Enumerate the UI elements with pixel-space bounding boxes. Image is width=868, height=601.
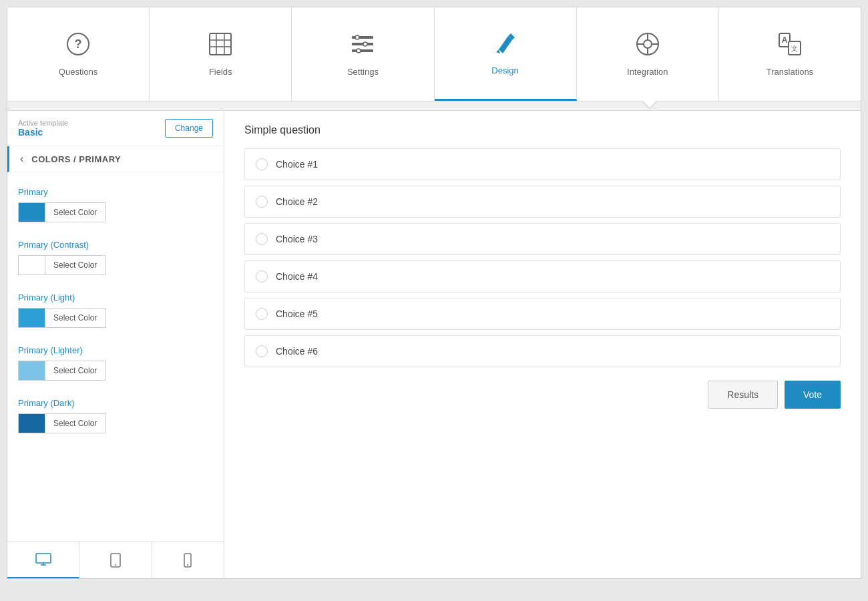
select-color-btn-primary-light[interactable]: Select Color [45,308,105,328]
tab-integration[interactable]: Integration [577,7,719,101]
color-group-primary-dark: Primary (Dark) Select Color [7,390,224,443]
choice-item[interactable]: Choice #5 [244,298,841,330]
svg-text:文: 文 [791,45,798,52]
choice-radio[interactable] [256,233,268,245]
svg-text:?: ? [75,37,82,51]
vote-button[interactable]: Vote [785,381,841,409]
choice-item[interactable]: Choice #2 [244,186,841,218]
question-title: Simple question [244,124,841,136]
color-group-primary: Primary Select Color [7,179,224,232]
fields-label: Fields [209,67,232,77]
color-label-primary-lighter: Primary (Lighter) [18,345,213,355]
tab-questions[interactable]: ? Questions [7,7,150,101]
fields-icon [208,32,232,61]
active-template-row: Active template Basic Change [7,111,224,146]
color-label-primary-dark: Primary (Dark) [18,398,213,408]
section-header: ‹ COLORS / PRIMARY [7,146,224,172]
color-swatch-primary-light[interactable] [18,308,45,328]
tab-fields[interactable]: Fields [150,7,292,101]
svg-point-12 [357,49,361,53]
sidebar: Active template Basic Change ‹ COLORS / … [7,111,224,578]
integration-label: Integration [627,67,668,77]
choice-item[interactable]: Choice #3 [244,223,841,255]
choice-label: Choice #4 [276,271,318,282]
color-group-primary-contrast: Primary (Contrast) Select Color [7,232,224,284]
questions-label: Questions [59,67,98,77]
section-title: COLORS / PRIMARY [31,154,121,164]
color-swatch-row-primary-lighter: Select Color [18,361,213,381]
svg-point-27 [115,564,116,566]
color-label-primary-contrast: Primary (Contrast) [18,240,213,250]
choice-label: Choice #1 [276,159,318,170]
choice-radio[interactable] [256,270,268,282]
back-arrow-icon[interactable]: ‹ [20,153,23,165]
choice-radio[interactable] [256,345,268,357]
choice-label: Choice #3 [276,234,318,244]
svg-rect-8 [352,43,373,45]
color-swatch-row-primary-contrast: Select Color [18,255,213,275]
action-buttons: Results Vote [244,381,841,409]
tab-settings[interactable]: Settings [292,7,434,101]
main-container: ? Questions Fields [7,7,861,579]
choice-radio[interactable] [256,196,268,208]
results-button[interactable]: Results [708,381,778,409]
choice-item[interactable]: Choice #4 [244,260,841,292]
tab-design[interactable]: Design [435,7,577,101]
select-color-btn-primary-contrast[interactable]: Select Color [45,255,105,275]
svg-point-29 [187,564,188,566]
choice-radio[interactable] [256,308,268,320]
device-tab-mobile[interactable] [152,542,224,578]
color-group-primary-light: Primary (Light) Select Color [7,284,224,337]
select-color-btn-primary-lighter[interactable]: Select Color [45,361,105,381]
device-tab-tablet[interactable] [79,542,152,578]
active-template-name: Basic [18,127,68,138]
svg-point-11 [363,42,367,46]
color-label-primary-light: Primary (Light) [18,292,213,303]
color-swatch-primary-contrast[interactable] [18,255,45,275]
color-swatch-primary-dark[interactable] [18,413,45,433]
device-tab-desktop[interactable] [7,542,79,578]
color-swatch-row-primary: Select Color [18,202,213,222]
choice-item[interactable]: Choice #6 [244,335,841,367]
settings-label: Settings [347,67,379,77]
choice-item[interactable]: Choice #1 [244,148,841,180]
main-preview: Simple question Choice #1 Choice #2 Choi… [224,111,861,578]
tab-translations[interactable]: A 文 Translations [719,7,861,101]
color-swatch-primary-lighter[interactable] [18,361,45,381]
svg-rect-9 [352,49,373,52]
nav-indicator [7,102,861,111]
design-icon [493,31,517,60]
settings-icon [351,32,375,61]
questions-icon: ? [66,32,90,61]
svg-rect-2 [210,33,231,55]
choice-label: Choice #2 [276,196,318,207]
active-template-label: Active template [18,119,68,127]
change-template-button[interactable]: Change [165,119,213,138]
color-swatch-row-primary-dark: Select Color [18,413,213,433]
design-label: Design [491,65,518,75]
svg-text:A: A [782,35,788,45]
choice-label: Choice #5 [276,309,318,319]
choices-container: Choice #1 Choice #2 Choice #3 Choice #4 … [244,148,841,367]
svg-rect-23 [36,554,51,563]
color-group-primary-lighter: Primary (Lighter) Select Color [7,337,224,390]
translations-label: Translations [767,67,813,77]
choice-label: Choice #6 [276,346,318,357]
choice-radio[interactable] [256,158,268,170]
content-area: Active template Basic Change ‹ COLORS / … [7,111,861,578]
svg-point-14 [644,40,652,48]
select-color-btn-primary[interactable]: Select Color [45,202,105,222]
select-color-btn-primary-dark[interactable]: Select Color [45,413,105,433]
svg-point-10 [355,35,359,39]
color-options-scroll[interactable]: Primary Select Color Primary (Contrast) … [7,172,224,542]
color-swatch-primary[interactable] [18,202,45,222]
color-label-primary: Primary [18,187,213,197]
nav-triangle [642,102,658,110]
integration-icon [636,32,660,61]
device-tabs [7,542,224,578]
top-nav: ? Questions Fields [7,7,861,102]
active-template-info: Active template Basic [18,119,68,138]
color-swatch-row-primary-light: Select Color [18,308,213,328]
translations-icon: A 文 [778,32,802,61]
